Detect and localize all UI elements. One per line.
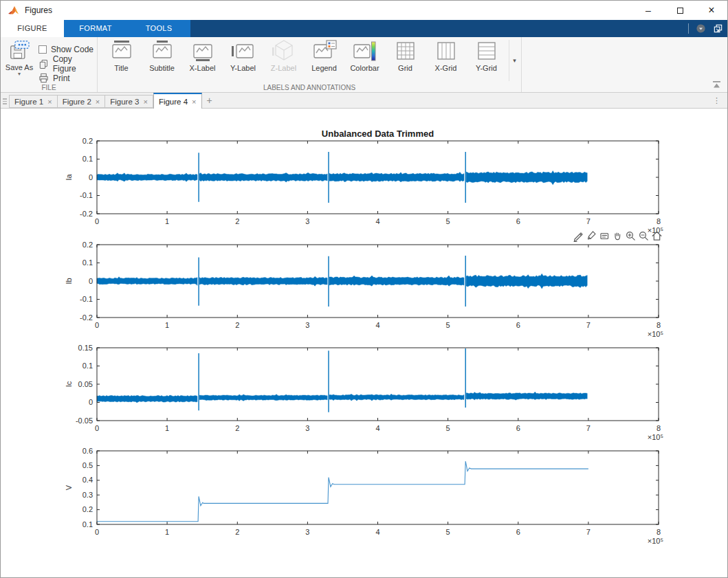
maximize-icon [677, 8, 683, 14]
svg-text:4: 4 [375, 321, 379, 329]
close-tab-icon[interactable]: × [47, 98, 52, 106]
brush-icon[interactable] [586, 230, 597, 242]
datatip-icon[interactable] [599, 230, 610, 242]
gallery-item-x-label[interactable]: X-Label [182, 39, 223, 82]
gallery-item-label: Subtitle [149, 64, 175, 72]
gallery-item-x-grid[interactable]: X-Grid [426, 39, 466, 82]
close-tab-icon[interactable]: × [96, 98, 100, 106]
subplot-ic[interactable]: 0123456780.150.10.050-0.05Ic×10⁵ [56, 342, 674, 443]
svg-text:4: 4 [375, 217, 379, 225]
subplot-ib[interactable]: 0123456780.20.10-0.1-0.2Ib×10⁵ [56, 239, 674, 340]
x-label-icon [189, 39, 217, 64]
figures-window: Figures – × FIGUREFORMATTOOLS [0, 0, 728, 578]
svg-text:5: 5 [446, 321, 450, 329]
gallery-item-colorbar[interactable]: Colorbar [344, 39, 385, 82]
pan-icon[interactable] [612, 230, 624, 242]
svg-text:0.2: 0.2 [82, 137, 93, 145]
svg-text:7: 7 [586, 424, 591, 432]
tab-grip-icon[interactable] [1, 95, 9, 108]
copy-figure-button[interactable]: Copy Figure [38, 56, 97, 71]
svg-text:6: 6 [516, 424, 520, 432]
svg-text:8: 8 [657, 217, 661, 225]
subplot-ia[interactable]: 0123456780.20.10-0.1-0.2Ia×10⁵ [56, 135, 674, 236]
svg-text:5: 5 [446, 424, 450, 432]
figure-tab-bar: Figure 1×Figure 2×Figure 3×Figure 4× + ⋮ [1, 93, 727, 109]
new-figure-tab-button[interactable]: + [207, 95, 212, 106]
svg-text:0: 0 [89, 398, 93, 406]
svg-text:0.15: 0.15 [78, 344, 93, 352]
gallery-item-grid[interactable]: Grid [385, 39, 426, 82]
figure-tab-1[interactable]: Figure 1× [9, 95, 58, 108]
zoom-out-icon[interactable] [638, 230, 650, 242]
svg-text:7: 7 [586, 528, 591, 536]
ribbon-tab-tools[interactable]: TOOLS [127, 20, 190, 37]
gallery-item-label: Colorbar [350, 64, 379, 72]
collapse-ribbon-button[interactable] [712, 80, 722, 89]
ribbon-tab-strip: FIGUREFORMATTOOLS [1, 20, 727, 37]
svg-text:6: 6 [516, 217, 520, 225]
print-icon [38, 73, 49, 83]
svg-text:2: 2 [235, 321, 239, 329]
gallery-item-z-label: Z-Label [263, 39, 304, 82]
svg-text:0.6: 0.6 [82, 447, 93, 455]
strip-separator [688, 23, 689, 34]
svg-text:1: 1 [165, 321, 169, 329]
maximize-button[interactable] [664, 1, 696, 20]
svg-text:-0.1: -0.1 [80, 191, 93, 199]
svg-text:0.05: 0.05 [78, 380, 93, 388]
svg-text:2: 2 [235, 217, 239, 225]
gallery-item-title[interactable]: Title [101, 39, 142, 82]
gallery-item-label: Legend [311, 64, 337, 72]
labels-annotations-section: TitleSubtitleX-LabelY-LabelZ-LabelLegend… [98, 37, 522, 92]
quick-access-icon[interactable] [696, 23, 706, 34]
grid-icon [392, 39, 419, 64]
close-button[interactable]: × [696, 1, 727, 20]
svg-text:0.1: 0.1 [82, 155, 93, 163]
svg-text:0.5: 0.5 [82, 461, 93, 469]
copy-figure-label: Copy Figure [53, 54, 97, 74]
zoom-in-icon[interactable] [625, 230, 637, 242]
svg-text:8: 8 [657, 528, 661, 536]
ribbon-tab-format[interactable]: FORMAT [64, 20, 127, 37]
ribbon: Save As ▾ Show Code Copy Figure [1, 37, 727, 93]
svg-text:2: 2 [235, 424, 239, 432]
tab-overflow-menu[interactable]: ⋮ [713, 96, 720, 105]
figure-canvas: Unbalanced Data Trimmed 0123456780.20.10… [1, 109, 727, 577]
undock-icon[interactable] [713, 23, 723, 34]
figure-tab-4[interactable]: Figure 4× [153, 93, 202, 109]
svg-text:0: 0 [95, 528, 99, 536]
svg-text:3: 3 [305, 217, 309, 225]
gallery-item-label: X-Label [190, 64, 216, 72]
figure-tab-label: Figure 4 [159, 98, 188, 106]
gallery-item-y-grid[interactable]: Y-Grid [466, 39, 507, 82]
home-icon[interactable] [651, 230, 663, 242]
close-tab-icon[interactable]: × [192, 98, 196, 106]
save-as-button[interactable]: Save As ▾ [5, 41, 34, 77]
subplot-v[interactable]: 0123456780.60.50.40.30.20.1V×10⁵ [56, 445, 674, 546]
gallery-item-y-label[interactable]: Y-Label [223, 39, 263, 82]
ribbon-tab-figure[interactable]: FIGURE [1, 20, 64, 37]
axes-toolbar [573, 230, 663, 242]
gallery-overflow-button[interactable]: ▾ [509, 40, 520, 81]
colorbar-icon [351, 39, 379, 64]
close-tab-icon[interactable]: × [143, 98, 147, 106]
figure-tab-3[interactable]: Figure 3× [105, 95, 153, 108]
gallery-item-subtitle[interactable]: Subtitle [142, 39, 182, 82]
gallery-item-legend[interactable]: Legend [304, 39, 344, 82]
svg-text:8: 8 [657, 424, 661, 432]
svg-text:1: 1 [165, 528, 169, 536]
figure-tab-2[interactable]: Figure 2× [58, 95, 106, 108]
y-grid-icon [473, 39, 500, 64]
export-icon[interactable] [573, 230, 584, 242]
minimize-button[interactable]: – [632, 1, 664, 20]
overflow-caret-icon: ▾ [513, 57, 516, 64]
svg-text:0.2: 0.2 [82, 505, 93, 513]
checkbox-icon[interactable] [38, 45, 47, 54]
save-as-caret-icon[interactable]: ▾ [5, 71, 34, 77]
y-label-icon [230, 39, 257, 64]
figure-tab-label: Figure 3 [110, 98, 139, 106]
svg-text:0: 0 [95, 424, 99, 432]
svg-text:-0.2: -0.2 [80, 313, 93, 322]
svg-text:4: 4 [375, 528, 379, 536]
svg-text:-0.05: -0.05 [76, 416, 93, 425]
